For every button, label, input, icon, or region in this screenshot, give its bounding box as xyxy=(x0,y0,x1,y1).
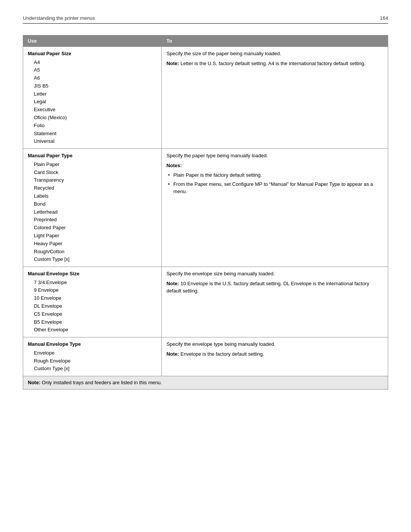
table-row-manual-envelope-type: Manual Envelope TypeEnvelopeRough Envelo… xyxy=(23,337,388,376)
use-item: Card Stock xyxy=(28,169,157,177)
to-main-text: Specify the envelope size being manually… xyxy=(166,270,383,278)
use-label-manual-envelope-type: Manual Envelope Type xyxy=(28,340,157,348)
use-item: Oficio (Mexico) xyxy=(28,114,157,122)
use-item: Heavy Paper xyxy=(28,240,157,248)
to-note: Note: Envelope is the factory default se… xyxy=(166,350,383,358)
note-label: Note: xyxy=(166,61,179,66)
use-item: JIS B5 xyxy=(28,82,157,90)
use-item: Letter xyxy=(28,90,157,98)
to-cell-manual-envelope-size: Specify the envelope size being manually… xyxy=(162,267,388,337)
use-item: Rough/Cotton xyxy=(28,248,157,256)
note-label: Note: xyxy=(166,351,179,357)
use-item: Recycled xyxy=(28,184,157,192)
use-item: C5 Envelope xyxy=(28,310,157,318)
table-row-manual-paper-size: Manual Paper SizeA4A5A6JIS B5LetterLegal… xyxy=(23,47,388,149)
use-item: B5 Envelope xyxy=(28,318,157,326)
page-number: 164 xyxy=(380,15,388,21)
main-table: Use To Manual Paper SizeA4A5A6JIS B5Lett… xyxy=(23,35,388,390)
use-item: A4 xyxy=(28,59,157,67)
to-cell-manual-paper-size: Specify the size of the paper being manu… xyxy=(162,47,388,149)
use-item: Executive xyxy=(28,106,157,114)
use-item: Preprinted xyxy=(28,216,157,224)
use-item: Letterhead xyxy=(28,208,157,216)
use-item: 10 Envelope xyxy=(28,294,157,302)
use-item: Transparency xyxy=(28,176,157,184)
use-cell-manual-paper-size: Manual Paper SizeA4A5A6JIS B5LetterLegal… xyxy=(23,47,162,149)
col-use-header: Use xyxy=(23,35,162,47)
footer-note-label: Note: xyxy=(28,380,40,385)
use-item: Bond xyxy=(28,200,157,208)
use-item: Light Paper xyxy=(28,232,157,240)
use-cell-manual-envelope-type: Manual Envelope TypeEnvelopeRough Envelo… xyxy=(23,337,162,376)
use-item: 9 Envelope xyxy=(28,286,157,294)
use-item: Universal xyxy=(28,137,157,145)
note-label: Notes: xyxy=(166,163,182,168)
to-main-text: Specify the paper type being manually lo… xyxy=(166,152,383,160)
use-item: Labels xyxy=(28,192,157,200)
use-item: Rough Envelope xyxy=(28,357,157,365)
footer-text: Note: Only installed trays and feeders a… xyxy=(23,376,388,390)
use-item: Colored Paper xyxy=(28,224,157,232)
page-header: Understanding the printer menus 164 xyxy=(23,15,388,24)
note-label: Note: xyxy=(166,281,179,286)
table-row-manual-paper-type: Manual Paper TypePlain PaperCard StockTr… xyxy=(23,149,388,267)
table-row-manual-envelope-size: Manual Envelope Size7 3/4 Envelope9 Enve… xyxy=(23,267,388,337)
to-note: Note: Letter is the U.S. factory default… xyxy=(166,60,383,67)
footer-row: Note: Only installed trays and feeders a… xyxy=(23,376,388,390)
use-label-manual-paper-type: Manual Paper Type xyxy=(28,152,157,160)
page: Understanding the printer menus 164 Use … xyxy=(0,0,411,532)
to-bullet-list: Plain Paper is the factory default setti… xyxy=(166,171,383,195)
use-label-manual-envelope-size: Manual Envelope Size xyxy=(28,270,157,278)
to-cell-manual-paper-type: Specify the paper type being manually lo… xyxy=(162,149,388,267)
col-to-header: To xyxy=(162,35,388,47)
use-item: A5 xyxy=(28,66,157,74)
to-cell-manual-envelope-type: Specify the envelope type being manually… xyxy=(162,337,388,376)
use-item: 7 3/4 Envelope xyxy=(28,279,157,287)
page-title: Understanding the printer menus xyxy=(23,15,95,21)
to-note: Note: 10 Envelope is the U.S. factory de… xyxy=(166,280,383,295)
bullet-item: From the Paper menu, set Configure MP to… xyxy=(166,181,383,195)
use-item: Other Envelope xyxy=(28,326,157,334)
use-item: Statement xyxy=(28,130,157,138)
use-item: Legal xyxy=(28,98,157,106)
use-cell-manual-envelope-size: Manual Envelope Size7 3/4 Envelope9 Enve… xyxy=(23,267,162,337)
use-item: Plain Paper xyxy=(28,161,157,169)
bullet-item: Plain Paper is the factory default setti… xyxy=(166,171,383,179)
use-label-manual-paper-size: Manual Paper Size xyxy=(28,50,157,58)
to-main-text: Specify the envelope type being manually… xyxy=(166,340,383,348)
use-item: Envelope xyxy=(28,349,157,357)
use-item: Folio xyxy=(28,122,157,130)
use-cell-manual-paper-type: Manual Paper TypePlain PaperCard StockTr… xyxy=(23,149,162,267)
to-note: Notes: xyxy=(166,162,383,169)
use-item: DL Envelope xyxy=(28,302,157,310)
use-item: A6 xyxy=(28,74,157,82)
use-item: Custom Type [x] xyxy=(28,365,157,373)
use-item: Custom Type [x] xyxy=(28,256,157,264)
to-main-text: Specify the size of the paper being manu… xyxy=(166,50,383,58)
